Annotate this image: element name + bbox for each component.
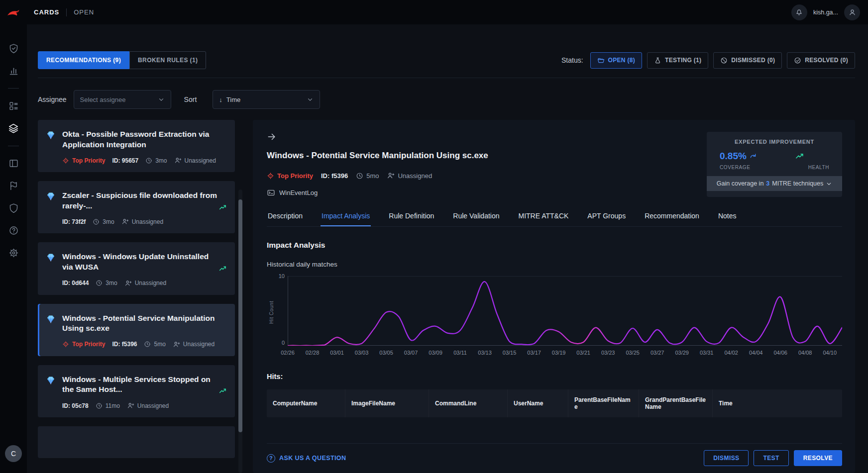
column-header[interactable]: ImageFileName xyxy=(345,389,429,417)
sidebar-item-security[interactable] xyxy=(8,203,19,213)
x-tick-label: 03/03 xyxy=(355,350,369,356)
list-item[interactable]: Zscaler - Suspicious file downloaded fro… xyxy=(38,181,235,233)
list-scrollbar-thumb[interactable] xyxy=(238,199,242,432)
x-tick-label: 03/25 xyxy=(626,350,640,356)
tab-broken-rules[interactable]: BROKEN RULES (1) xyxy=(129,51,206,69)
notification-bell-button[interactable] xyxy=(791,4,807,20)
sidebar-item-detections[interactable] xyxy=(8,123,19,134)
nav-open[interactable]: OPEN xyxy=(74,8,94,16)
tab-recommendations[interactable]: RECOMMENDATIONS (9) xyxy=(38,51,129,69)
list-item[interactable]: Windows - Windows Update Uninstalled via… xyxy=(38,242,235,294)
sidebar-item-help[interactable] xyxy=(8,225,19,236)
log-source: WinEventLog xyxy=(267,189,707,197)
x-tick-label: 04/02 xyxy=(724,350,738,356)
x-tick-label: 03/15 xyxy=(503,350,517,356)
status-testing-label: TESTING (1) xyxy=(665,57,701,64)
column-header[interactable]: Time xyxy=(713,389,842,417)
folder-open-icon xyxy=(597,57,605,64)
sidebar-item-dashboard[interactable] xyxy=(8,100,19,111)
age-label: 3mo xyxy=(155,157,167,164)
card-assignee: Unassigned xyxy=(124,280,166,287)
tab-notes[interactable]: Notes xyxy=(717,212,738,226)
sidebar-item-metrics[interactable] xyxy=(8,66,19,76)
top-priority-badge: Top Priority xyxy=(267,172,313,180)
column-header[interactable]: ParentBaseFileName xyxy=(568,389,639,417)
tab-rule-validation[interactable]: Rule Validation xyxy=(452,212,500,226)
user-menu-button[interactable] xyxy=(844,4,860,20)
clock-icon xyxy=(356,172,363,180)
hit-count-series xyxy=(288,282,842,346)
tab-mitre-attack[interactable]: MITRE ATT&CK xyxy=(518,212,570,226)
test-button[interactable]: TEST xyxy=(754,450,788,466)
list-item[interactable]: Windows - Multiple Services Stopped on t… xyxy=(38,365,235,417)
cardinal-logo-icon[interactable] xyxy=(0,7,27,18)
tab-description[interactable]: Description xyxy=(267,212,304,226)
coverage-up-arrow-icon xyxy=(749,152,757,160)
status-resolved-button[interactable]: RESOLVED (0) xyxy=(787,52,855,69)
tab-recommendation[interactable]: Recommendation xyxy=(644,212,700,226)
status-dismissed-button[interactable]: DISMISSED (0) xyxy=(713,52,782,69)
card-title: Okta - Possible Password Extraction via … xyxy=(62,129,228,150)
assignee-value: Unassigned xyxy=(135,280,166,286)
age-label: 11mo xyxy=(106,402,120,409)
resolve-button[interactable]: RESOLVE xyxy=(794,450,842,466)
list-item[interactable] xyxy=(38,426,235,458)
age-label: 5mo xyxy=(154,341,165,348)
ask-question-link[interactable]: ? ASK US A QUESTION xyxy=(267,454,346,463)
card-age: 3mo xyxy=(145,157,167,164)
tab-impact-analysis[interactable]: Impact Analysis xyxy=(321,212,371,226)
tab-rule-definition[interactable]: Rule Definition xyxy=(388,212,435,226)
top-priority-badge: Top Priority xyxy=(62,341,105,348)
x-tick-label: 03/11 xyxy=(453,350,467,356)
assign-user-icon xyxy=(121,218,129,225)
dismiss-button[interactable]: DISMISS xyxy=(704,450,749,466)
sidebar-item-settings[interactable] xyxy=(8,248,19,258)
assign-user-icon xyxy=(127,402,134,409)
list-item[interactable]: Okta - Possible Password Extraction via … xyxy=(38,120,235,172)
status-testing-button[interactable]: TESTING (1) xyxy=(647,52,708,69)
assignee-value: Unassigned xyxy=(137,402,169,409)
log-source-icon xyxy=(267,189,275,197)
x-tick-label: 03/07 xyxy=(404,350,418,356)
card-title: Windows - Potential Service Manipulation… xyxy=(62,313,228,334)
main-area: RECOMMENDATIONS (9) BROKEN RULES (1) Sta… xyxy=(27,24,868,473)
tab-apt-groups[interactable]: APT Groups xyxy=(586,212,627,226)
y-tick-min: 0 xyxy=(277,340,285,346)
column-header[interactable]: UserName xyxy=(508,389,568,417)
sidebar-item-rules[interactable] xyxy=(8,181,19,191)
clock-icon xyxy=(93,218,100,225)
card-assignee: Unassigned xyxy=(127,402,169,409)
clock-icon xyxy=(96,402,103,409)
x-tick-label: 03/17 xyxy=(527,350,541,356)
hits-table-header: ComputerName ImageFileName CommandLine U… xyxy=(267,389,842,417)
y-tick-max: 10 xyxy=(277,273,285,279)
column-header[interactable]: CommandLine xyxy=(429,389,508,417)
detail-panel: Windows - Potential Service Manipulation… xyxy=(253,120,855,473)
sidebar-item-posture[interactable] xyxy=(8,43,19,54)
sidebar-item-boards[interactable] xyxy=(8,158,19,169)
card-age: 11mo xyxy=(96,402,120,409)
status-filter-group: OPEN (8) TESTING (1) DISMISSED (0) xyxy=(590,52,855,69)
breadcrumb: CARDS OPEN xyxy=(34,8,94,16)
status-open-button[interactable]: OPEN (8) xyxy=(590,52,642,69)
assignee-select[interactable]: Select assignee xyxy=(74,90,171,109)
assign-user-icon xyxy=(173,341,180,348)
impact-analysis-panel: Impact Analysis Historical daily matches… xyxy=(267,227,842,443)
x-tick-label: 02/26 xyxy=(281,350,295,356)
assign-user-icon xyxy=(124,280,132,287)
banner-count: 3 xyxy=(766,180,769,187)
nav-cards[interactable]: CARDS xyxy=(34,8,59,16)
mitre-coverage-banner[interactable]: Gain coverage in 3 MITRE techniques xyxy=(707,176,842,191)
sort-select[interactable]: ↓ Time xyxy=(213,90,320,109)
list-item[interactable]: Windows - Potential Service Manipulation… xyxy=(38,304,235,356)
expand-arrow-icon[interactable] xyxy=(267,132,277,142)
log-source-label: WinEventLog xyxy=(279,189,318,196)
chevron-down-icon xyxy=(826,181,832,187)
column-header[interactable]: GrandParentBaseFileName xyxy=(639,389,713,417)
status-label: Status: xyxy=(561,56,583,64)
column-header[interactable]: ComputerName xyxy=(267,389,345,417)
age-label: 3mo xyxy=(103,218,114,225)
layers-icon xyxy=(8,123,19,134)
status-dismissed-label: DISMISSED (0) xyxy=(731,57,775,64)
user-avatar[interactable]: C xyxy=(5,445,22,462)
